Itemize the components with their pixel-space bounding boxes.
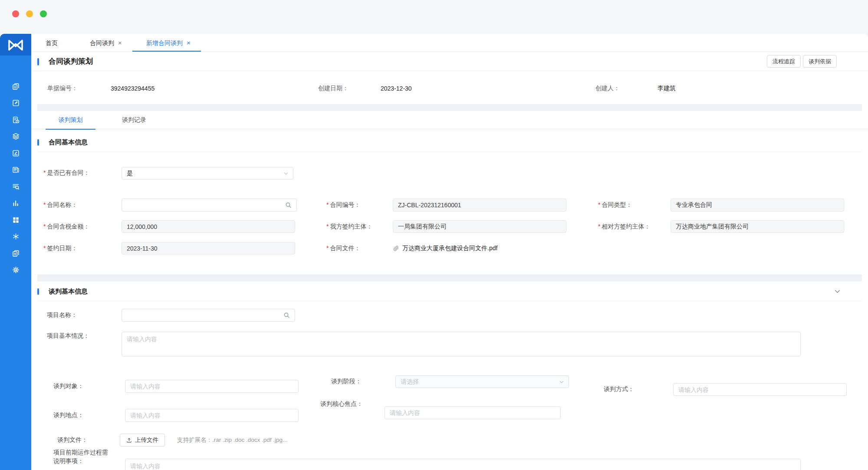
tab-contract-negotiation[interactable]: 合同谈判× [90,34,122,52]
contract-name-input[interactable] [122,199,297,212]
negotiation-basis-button[interactable]: 谈判依据 [803,55,837,68]
sidebar-item-documents[interactable] [0,78,31,95]
required-mark: * [598,201,600,208]
paperclip-icon [393,245,399,252]
traffic-light-close[interactable] [12,10,19,17]
contract-file-label: *合同文件： [326,245,360,252]
our-party-input [393,220,566,233]
contract-type-input [671,199,844,212]
negotiation-stage-label: 谈判阶段： [331,378,362,385]
pre-project-label: 项目前期运作过程需说明事项： [53,448,110,465]
section-accent-bar [37,139,39,146]
edit-note-icon [12,99,20,107]
close-tab-icon[interactable]: × [187,39,191,46]
creator-label: 创建人： [595,85,620,92]
sidebar-item-dashboard[interactable] [0,212,31,228]
doc-no-value: 3924923294455 [111,85,155,92]
layers-icon [12,133,20,140]
negotiation-file-label: 谈判文件： [57,436,88,444]
sidebar-item-edit[interactable] [0,95,31,112]
sidebar-item-sign[interactable] [0,145,31,162]
has-contract-label: *是否已有合同： [43,169,89,177]
required-mark: * [326,223,329,230]
tab-label: 合同谈判 [90,39,114,46]
required-mark: * [326,201,329,208]
attachment-file-name: 万达商业大厦承包建设合同文件.pdf [402,245,497,252]
contract-no-label: *合同编号： [326,201,360,209]
upload-file-button[interactable]: 上传文件 [120,434,165,447]
search-icon [283,312,290,319]
tab-home[interactable]: 首页 [46,34,58,52]
button-label: 流程追踪 [773,58,795,65]
sidebar-item-layers[interactable] [0,128,31,145]
negotiation-focus-input[interactable] [385,406,561,419]
section-accent-bar [37,288,39,295]
section-separator-band [37,104,862,111]
tab-new-contract-negotiation[interactable]: 新增合同谈判× [146,34,191,52]
sidebar-item-document-audit[interactable] [0,111,31,128]
counterparty-label: *相对方签约主体： [598,223,650,231]
search-list-icon [12,183,20,190]
window-tabbar: 首页 合同谈判× 新增合同谈判× [31,34,868,52]
search-icon [285,202,292,209]
traffic-light-zoom[interactable] [40,10,47,17]
dashboard-grid-icon [12,216,20,224]
sidebar-item-settings[interactable] [0,262,31,279]
title-accent-bar [37,58,39,65]
collapse-section-icon[interactable] [834,288,841,295]
button-label: 谈判依据 [809,58,831,65]
pre-project-textarea[interactable] [125,459,801,470]
negotiation-stage-select[interactable]: 请选择 [395,375,569,388]
negotiation-method-input[interactable] [673,383,847,396]
subtab-negotiation-plan[interactable]: 谈判策划 [46,111,95,129]
counterparty-input [671,220,844,233]
negotiation-target-label: 谈判对象： [53,382,84,390]
required-mark: * [43,245,46,251]
project-name-input[interactable] [122,309,295,322]
section-separator-band [37,274,862,281]
select-placeholder: 请选择 [401,378,419,386]
has-contract-select[interactable]: 是 [122,167,293,180]
required-mark: * [43,169,46,176]
app-logo[interactable] [0,34,31,55]
doc-no-label: 单据编号： [47,85,78,92]
page-title: 合同谈判策划 [49,52,93,71]
page-header: 合同谈判策划 流程追踪 谈判依据 [31,52,868,71]
negotiation-method-label: 谈判方式： [604,385,634,393]
detail-subtabs: 谈判策划 谈判记录 [31,111,868,129]
active-tab-underline [132,51,201,52]
process-trace-button[interactable]: 流程追踪 [767,55,801,68]
required-mark: * [598,223,600,230]
upload-button-label: 上传文件 [135,436,158,444]
create-date-value: 2023-12-30 [381,85,412,92]
sidebar-item-news[interactable] [0,162,31,179]
sidebar-item-reports[interactable] [0,195,31,212]
chevron-down-icon [559,379,564,385]
sign-document-icon [12,150,20,157]
negotiation-target-input[interactable] [125,380,299,393]
negotiation-section-title: 谈判基本信息 [49,287,88,296]
document-meta-row: 单据编号： 3924923294455 创建日期： 2023-12-30 创建人… [31,71,868,104]
copy-documents-icon [12,83,20,90]
negotiation-location-input[interactable] [125,409,299,422]
sidebar-item-query[interactable] [0,178,31,195]
required-mark: * [326,245,329,251]
project-info-textarea[interactable] [122,332,801,356]
sign-date-label: *签约日期： [43,245,77,252]
sidebar-item-archive[interactable] [0,245,31,262]
subtab-negotiation-record[interactable]: 谈判记录 [115,111,154,129]
project-name-label: 项目名称： [47,311,77,319]
traffic-light-minimize[interactable] [26,10,33,17]
contract-amount-input [122,220,295,233]
documents-icon [12,250,20,257]
required-mark: * [43,223,46,230]
main-content: 首页 合同谈判× 新增合同谈判× 合同谈判策划 流程追踪 谈判依据 单据编号： … [31,34,868,470]
settings-gear-icon [12,266,20,274]
section-divider [37,301,862,301]
subtab-label: 谈判策划 [59,116,83,124]
create-date-label: 创建日期： [318,85,349,92]
close-tab-icon[interactable]: × [118,39,122,46]
sidebar-item-integrations[interactable] [0,228,31,245]
contract-file-link[interactable]: 万达商业大厦承包建设合同文件.pdf [393,245,497,252]
contract-section-title: 合同基本信息 [49,138,88,147]
